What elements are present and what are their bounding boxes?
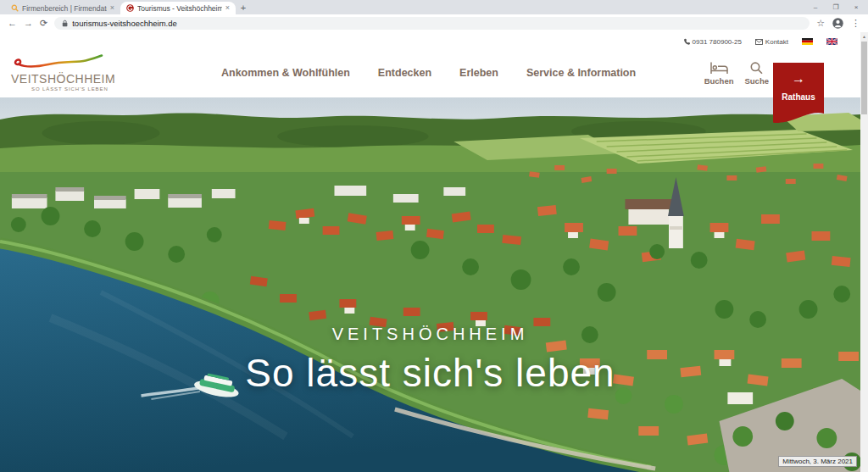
suche-label: Suche — [744, 76, 769, 86]
address-bar[interactable]: tourismus-veitshoechheim.de — [54, 17, 810, 30]
date-overlay: Mittwoch, 3. März 2021 — [778, 456, 857, 467]
hero-kicker: VEITSHÖCHHEIM — [0, 325, 860, 344]
window-controls: – ❐ × — [805, 0, 866, 14]
phone-number: 0931 780900-25 — [693, 38, 742, 46]
bookmark-star-icon[interactable]: ☆ — [816, 19, 825, 28]
reload-icon[interactable]: ⟳ — [40, 19, 47, 28]
menu-dots-icon[interactable]: ⋮ — [851, 19, 860, 28]
german-flag-icon[interactable] — [802, 38, 813, 45]
logo-swirl-icon — [11, 54, 104, 69]
toolbar-right: ☆ ⋮ — [816, 18, 860, 29]
buchen-button[interactable]: Buchen — [704, 61, 734, 86]
nav-entdecken[interactable]: Entdecken — [378, 67, 431, 79]
tab-close-icon[interactable]: × — [225, 4, 230, 12]
phone-link[interactable]: 0931 780900-25 — [683, 38, 742, 46]
bed-icon — [709, 61, 729, 75]
tab-close-icon[interactable]: × — [110, 4, 114, 12]
search-icon — [749, 61, 764, 75]
uk-flag-icon[interactable] — [826, 38, 837, 45]
site-logo[interactable]: VEITSHÖCHHEIM SO LÄSST SICH'S LEBEN — [11, 54, 121, 92]
envelope-icon — [755, 39, 763, 45]
back-icon[interactable]: ← — [8, 19, 17, 28]
page-scrollbar[interactable]: ▲ — [860, 32, 868, 472]
rathaus-label: Rathaus — [773, 92, 824, 102]
browser-toolbar: ← → ⟳ tourismus-veitshoechheim.de ☆ ⋮ — [0, 14, 868, 33]
browser-window: Firmenbereich | Firmendaten × Tourismus … — [0, 0, 868, 472]
utility-bar: 0931 780900-25 Kontakt — [0, 32, 860, 48]
kontakt-label: Kontakt — [765, 38, 788, 46]
forward-icon[interactable]: → — [24, 19, 33, 28]
lock-icon — [62, 19, 68, 27]
new-tab-button[interactable]: + — [236, 3, 251, 14]
hero-section: VEITSHÖCHHEIM So lässt sich's leben Mitt… — [0, 97, 860, 472]
hero-title: So lässt sich's leben — [0, 350, 860, 396]
tab-title: Tourismus - Veitshöchheim — [137, 4, 222, 13]
nav-service[interactable]: Service & Information — [526, 67, 636, 79]
main-header-row: VEITSHÖCHHEIM SO LÄSST SICH'S LEBEN Anko… — [0, 48, 860, 97]
kontakt-link[interactable]: Kontakt — [755, 38, 788, 46]
phone-icon — [683, 38, 690, 45]
arrow-right-icon: → — [773, 72, 824, 86]
rathaus-ribbon-button[interactable]: → Rathaus — [773, 63, 824, 125]
site-favicon-icon — [126, 4, 134, 12]
url-text: tourismus-veitshoechheim.de — [72, 19, 177, 28]
close-button[interactable]: × — [846, 0, 866, 14]
tab-tourismus-veitshoechheim[interactable]: Tourismus - Veitshöchheim × — [120, 2, 236, 14]
site-header: 0931 780900-25 Kontakt — [0, 32, 860, 97]
logo-tagline: SO LÄSST SICH'S LEBEN — [31, 86, 121, 92]
profile-avatar-icon[interactable] — [832, 18, 843, 29]
nav-ankommen[interactable]: Ankommen & Wohlfühlen — [221, 67, 350, 79]
logo-name: VEITSHÖCHHEIM — [11, 72, 121, 86]
hero-aerial-photo — [0, 97, 860, 472]
tab-strip: Firmenbereich | Firmendaten × Tourismus … — [0, 0, 868, 14]
maximize-button[interactable]: ❐ — [826, 0, 846, 14]
scroll-up-icon[interactable]: ▲ — [860, 32, 868, 41]
search-favicon-icon — [11, 4, 19, 12]
suche-button[interactable]: Suche — [744, 61, 769, 86]
header-quick-actions: Buchen Suche — [704, 61, 769, 86]
tab-firmenbereich[interactable]: Firmenbereich | Firmendaten × — [5, 2, 120, 14]
main-navigation: Ankommen & Wohlfühlen Entdecken Erleben … — [221, 67, 636, 79]
minimize-button[interactable]: – — [805, 0, 826, 14]
scrollbar-thumb[interactable] — [861, 42, 867, 114]
buchen-label: Buchen — [704, 76, 734, 86]
tab-title: Firmenbereich | Firmendaten — [22, 4, 107, 13]
nav-erleben[interactable]: Erleben — [459, 67, 498, 79]
